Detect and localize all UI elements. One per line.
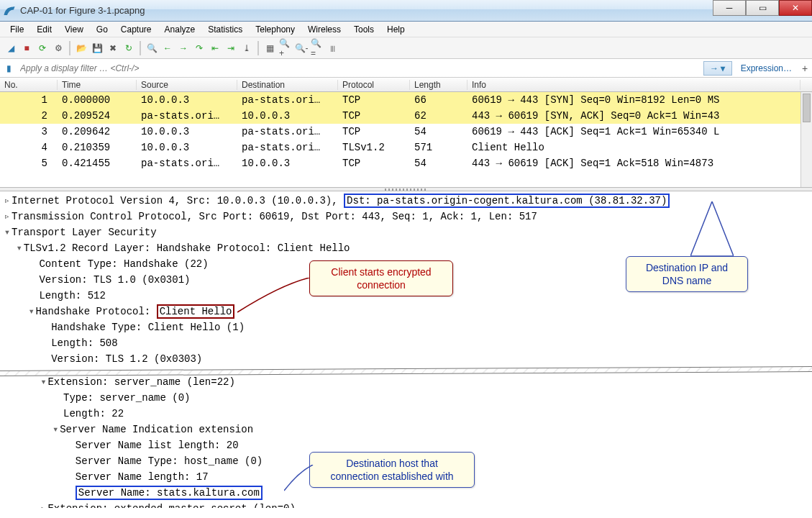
add-filter-button[interactable]: +: [798, 63, 812, 74]
go-back-icon[interactable]: ←: [161, 42, 174, 55]
save-file-icon[interactable]: 💾: [91, 42, 104, 55]
cell-info: 443 → 60619 [ACK] Seq=1 Ack=518 Win=4873: [467, 158, 800, 169]
menu-analyze[interactable]: Analyze: [159, 23, 201, 36]
cell-time: 0.421455: [58, 158, 137, 169]
detail-sni-listlen[interactable]: Server Name list length: 20: [76, 440, 239, 451]
find-packet-icon[interactable]: 🔍: [145, 42, 158, 55]
packet-row[interactable]: 40.21035910.0.0.3pa-stats.ori…TLSv1.2571…: [0, 140, 812, 155]
detail-handshake-protocol[interactable]: Handshake Protocol: Client Hello: [36, 304, 235, 319]
cell-proto: TLSv1.2: [338, 142, 410, 153]
menu-edit[interactable]: Edit: [31, 23, 58, 36]
packet-list[interactable]: 10.00000010.0.0.3pa-stats.ori…TCP6660619…: [0, 92, 812, 187]
menu-help[interactable]: Help: [381, 23, 411, 36]
col-time[interactable]: Time: [58, 80, 137, 90]
minimize-button[interactable]: ─: [713, 0, 746, 16]
cell-proto: TCP: [338, 94, 410, 106]
detail-tls-record[interactable]: TLSv1.2 Record Layer: Handshake Protocol…: [24, 242, 350, 254]
apply-filter-button[interactable]: → ▾: [703, 61, 732, 76]
packet-row[interactable]: 30.20964210.0.0.3pa-stats.ori…TCP5460619…: [0, 124, 812, 140]
zoom-in-icon[interactable]: 🔍+: [279, 42, 292, 55]
packet-row[interactable]: 10.00000010.0.0.3pa-stats.ori…TCP6660619…: [0, 92, 812, 108]
open-file-icon[interactable]: 📂: [75, 42, 88, 55]
detail-version-1[interactable]: Version: TLS 1.0 (0x0301): [39, 274, 190, 286]
col-length[interactable]: Length: [410, 80, 467, 90]
detail-type-servername[interactable]: Type: server_name (0): [63, 392, 190, 404]
menubar[interactable]: File Edit View Go Capture Analyze Statis…: [0, 22, 812, 37]
display-filter-input[interactable]: [17, 60, 703, 76]
capture-options-icon[interactable]: ⚙: [52, 42, 65, 55]
close-button[interactable]: ✕: [779, 0, 812, 16]
detail-sni-len[interactable]: Server Name length: 17: [76, 471, 209, 483]
detail-tcp[interactable]: Transmission Control Protocol, Src Port:…: [12, 211, 537, 222]
detail-version-2[interactable]: Version: TLS 1.2 (0x0303): [51, 353, 202, 365]
detail-length-1[interactable]: Length: 512: [39, 290, 105, 301]
cell-src: pa-stats.ori…: [137, 110, 237, 122]
zoom-reset-icon[interactable]: 🔍=: [311, 42, 324, 55]
cell-dst: pa-stats.ori…: [237, 126, 338, 137]
go-last-icon[interactable]: ⇥: [224, 42, 237, 55]
menu-file[interactable]: File: [4, 23, 29, 36]
cell-src: 10.0.0.3: [137, 94, 237, 106]
menu-go[interactable]: Go: [91, 23, 114, 36]
cell-no: 1: [0, 94, 58, 106]
toolbar: ◢ ■ ⟳ ⚙ 📂 💾 ✖ ↻ 🔍 ← → ↷ ⇤ ⇥ ⤓ ▦ 🔍+ 🔍- 🔍=…: [0, 37, 812, 59]
reload-file-icon[interactable]: ↻: [122, 42, 135, 55]
menu-view[interactable]: View: [59, 23, 89, 36]
menu-capture[interactable]: Capture: [115, 23, 158, 36]
cell-len: 62: [410, 110, 467, 122]
go-to-packet-icon[interactable]: ↷: [193, 42, 206, 55]
display-filter-bar: ▮ → ▾ Expression… +: [0, 59, 812, 78]
menu-tools[interactable]: Tools: [348, 23, 380, 36]
detail-length-2[interactable]: Length: 508: [51, 337, 117, 349]
window-title: CAP-01 for Figure 3-1.pcapng: [20, 5, 145, 16]
col-source[interactable]: Source: [137, 80, 237, 90]
packet-details[interactable]: ▹Internet Protocol Version 4, Src: 10.0.…: [0, 191, 812, 508]
highlight-client-hello: Client Hello: [157, 304, 235, 319]
restart-capture-icon[interactable]: ⟳: [36, 42, 49, 55]
detail-tls[interactable]: Transport Layer Security: [12, 227, 157, 238]
detail-content-type[interactable]: Content Type: Handshake (22): [39, 258, 208, 270]
colorize-icon[interactable]: ▦: [263, 42, 276, 55]
cell-dst: 10.0.0.3: [237, 110, 338, 122]
expression-button[interactable]: Expression…: [735, 63, 798, 73]
col-info[interactable]: Info: [467, 80, 800, 90]
zoom-out-icon[interactable]: 🔍-: [295, 42, 308, 55]
maximize-button[interactable]: ▭: [746, 0, 779, 16]
cell-dst: pa-stats.ori…: [237, 94, 338, 106]
menu-statistics[interactable]: Statistics: [202, 23, 248, 36]
detail-ip[interactable]: Internet Protocol Version 4, Src: 10.0.0…: [12, 194, 670, 208]
detail-sni-ext[interactable]: Server Name Indication extension: [60, 424, 253, 435]
bookmark-filter-icon[interactable]: ▮: [0, 63, 17, 73]
packet-row[interactable]: 20.209524pa-stats.ori…10.0.0.3TCP62443 →…: [0, 108, 812, 124]
cell-dst: pa-stats.ori…: [237, 142, 338, 153]
col-destination[interactable]: Destination: [237, 80, 338, 90]
detail-ext-servername[interactable]: Extension: server_name (len=22): [47, 376, 234, 388]
start-capture-icon[interactable]: ◢: [4, 42, 17, 55]
go-first-icon[interactable]: ⇤: [209, 42, 222, 55]
cell-no: 2: [0, 110, 58, 122]
cell-len: 54: [410, 126, 467, 137]
packet-list-header[interactable]: No. Time Source Destination Protocol Len…: [0, 78, 812, 92]
cell-info: Client Hello: [467, 142, 800, 153]
menu-telephony[interactable]: Telephony: [250, 23, 301, 36]
auto-scroll-icon[interactable]: ⤓: [240, 42, 253, 55]
close-file-icon[interactable]: ✖: [106, 42, 119, 55]
cell-no: 5: [0, 158, 58, 169]
cell-src: 10.0.0.3: [137, 142, 237, 153]
detail-length-3[interactable]: Length: 22: [63, 408, 124, 419]
cell-no: 3: [0, 126, 58, 137]
detail-ext-ems[interactable]: Extension: extended_master_secret (len=0…: [47, 503, 295, 508]
menu-wireless[interactable]: Wireless: [302, 23, 347, 36]
resize-columns-icon[interactable]: ⫼: [327, 42, 339, 55]
detail-handshake-type[interactable]: Handshake Type: Client Hello (1): [51, 322, 245, 333]
cell-info: 60619 → 443 [SYN] Seq=0 Win=8192 Len=0 M…: [467, 94, 800, 106]
detail-sni-type[interactable]: Server Name Type: host_name (0): [76, 455, 263, 467]
col-protocol[interactable]: Protocol: [338, 80, 410, 90]
cell-no: 4: [0, 142, 58, 153]
packet-row[interactable]: 50.421455pa-stats.ori…10.0.0.3TCP54443 →…: [0, 155, 812, 171]
go-forward-icon[interactable]: →: [177, 42, 190, 55]
stop-capture-icon[interactable]: ■: [20, 42, 33, 55]
cell-len: 571: [410, 142, 467, 153]
packet-list-scrollbar[interactable]: [800, 92, 812, 187]
col-no[interactable]: No.: [0, 80, 58, 90]
